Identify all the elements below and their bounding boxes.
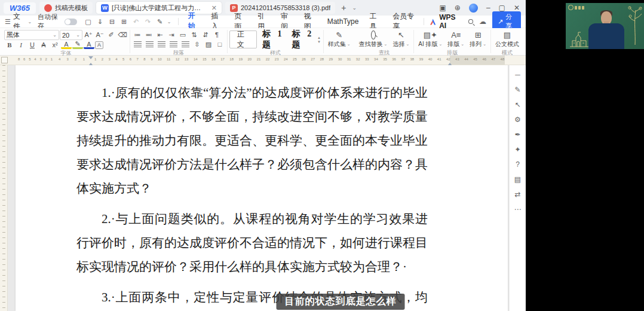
- style-gallery-scroll[interactable]: ▴▾: [317, 35, 321, 44]
- ai-assistant-icon[interactable]: ✦: [513, 145, 523, 154]
- font-color-button[interactable]: A: [84, 41, 94, 49]
- strikethrough-button[interactable]: A: [38, 40, 49, 50]
- font-name-select[interactable]: 黑体⌄: [4, 30, 59, 40]
- find-replace-button[interactable]: 查找替换⌄: [357, 30, 390, 49]
- align-left-button[interactable]: [134, 41, 142, 47]
- border-icon[interactable]: □: [214, 39, 225, 49]
- align-center-button[interactable]: [146, 41, 154, 47]
- clear-format-icon[interactable]: ⌫: [117, 31, 128, 40]
- ruler-tick: 46: [482, 57, 486, 61]
- layout-button[interactable]: A≡ 排版⌄: [445, 30, 467, 49]
- line-spacing-icon[interactable]: ⇅: [189, 30, 200, 39]
- ruler-tick: 19: [238, 57, 243, 61]
- italic-button[interactable]: I: [16, 40, 26, 50]
- style-heading2-button[interactable]: 标题2: [287, 29, 317, 50]
- ruler-tick: 29: [329, 57, 333, 61]
- gov-mode-button[interactable]: ▤ 公文模式: [493, 30, 522, 49]
- grow-font-icon[interactable]: A⁺: [83, 31, 94, 40]
- redo-icon[interactable]: ↷: [143, 17, 154, 26]
- more-icon[interactable]: ⋯: [513, 205, 523, 214]
- underline-button[interactable]: U: [27, 40, 38, 50]
- ruler-tick: 47: [491, 57, 495, 61]
- shrink-font-icon[interactable]: A⁻: [94, 31, 105, 40]
- increase-indent-icon[interactable]: ⇥: [166, 30, 177, 39]
- ruler-tick: 26: [302, 57, 306, 61]
- ruler-tick: 3: [109, 57, 111, 61]
- style-normal-button[interactable]: 正文: [229, 31, 257, 48]
- format-painter-icon[interactable]: ✎: [155, 17, 165, 26]
- adjust-icon[interactable]: ⚙: [513, 115, 523, 124]
- autosave-switch-icon[interactable]: [65, 19, 76, 25]
- skin-icon[interactable]: ⊕: [455, 4, 461, 12]
- translate-icon[interactable]: ⇄: [513, 190, 523, 199]
- document-text[interactable]: 1.·原有的仅仅依靠“算分法”的达成度评价体系来进行的毕业要求达成情况评价，不够…: [16, 65, 441, 311]
- select-tool-icon[interactable]: ↖: [513, 100, 523, 109]
- ruler-tick: 6: [23, 57, 25, 61]
- ai-layout-icon: ▤✦: [424, 31, 437, 39]
- tab-template-store[interactable]: 找稿壳模板: [39, 2, 93, 14]
- search-icon[interactable]: [468, 19, 473, 24]
- wps-ai-button[interactable]: WPS AI: [430, 13, 462, 30]
- ruler-tick: 43: [455, 57, 459, 61]
- edit-mode-icon[interactable]: ✎: [513, 85, 523, 94]
- arrange-button[interactable]: ⊞ 排列⌄: [467, 30, 489, 49]
- help-icon[interactable]: ?: [513, 160, 523, 169]
- vertical-ruler[interactable]: [0, 65, 8, 311]
- highlight-button[interactable]: A: [61, 41, 72, 49]
- decrease-indent-icon[interactable]: ⇤: [155, 30, 165, 39]
- ruler-tick: 11: [167, 57, 170, 61]
- side-mode-icon[interactable]: ▣: [440, 4, 446, 12]
- pen-color-button[interactable]: ✎: [72, 41, 83, 49]
- style-number: 1: [278, 29, 282, 39]
- speaker-video-feed[interactable]: [566, 3, 644, 49]
- show-marks-icon[interactable]: ¶: [211, 30, 222, 39]
- doc-paragraph[interactable]: 1.·原有的仅仅依靠“算分法”的达成度评价体系来进行的毕业要求达成情况评价，不够…: [76, 81, 428, 200]
- justify-button[interactable]: [170, 41, 177, 47]
- horizontal-ruler[interactable]: 8654321 4321 123456789101112131415161718…: [0, 56, 526, 65]
- superscript-button[interactable]: x²: [50, 40, 60, 50]
- user-avatar[interactable]: [469, 4, 478, 13]
- restore-icon[interactable]: ▢: [499, 4, 505, 12]
- style-set-button[interactable]: ✎ 样式集⌄: [326, 30, 353, 49]
- text-effects-icon[interactable]: ✐: [106, 31, 116, 40]
- sort-icon[interactable]: ⇵: [200, 30, 211, 39]
- collapse-icon[interactable]: ─: [513, 70, 523, 79]
- font-size-select[interactable]: 20⌄: [60, 30, 82, 40]
- ruler-tick: 2: [75, 57, 76, 61]
- bullet-list-icon[interactable]: ≔: [132, 30, 143, 39]
- ruler-tick: 6: [130, 57, 131, 61]
- caret-icon: ⌄: [406, 42, 409, 47]
- tab-stop-selector[interactable]: [1, 57, 8, 63]
- export-pdf-icon[interactable]: ⇓: [95, 17, 106, 26]
- minimize-icon[interactable]: –: [486, 4, 490, 12]
- scroll-down-icon[interactable]: ▾: [318, 39, 320, 44]
- menu-MathType[interactable]: MathType: [327, 16, 359, 27]
- ai-layout-button[interactable]: ▤✦ AI 排版⌄: [416, 30, 444, 49]
- doc-paragraph[interactable]: 2.·与上面问题类似的。从课程的视角对学生的学习效果进行评价时，原有的达成度评价…: [76, 207, 428, 279]
- painter-caret-icon[interactable]: ⌄: [167, 17, 172, 26]
- align-right-button[interactable]: [158, 41, 165, 47]
- style-heading1-button[interactable]: 标题1: [257, 29, 287, 50]
- undo-icon[interactable]: ↶: [131, 17, 142, 26]
- close-icon[interactable]: ✕: [514, 4, 520, 12]
- scroll-up-icon[interactable]: ▴: [318, 35, 320, 39]
- bold-button[interactable]: B: [4, 40, 15, 50]
- font-size-value: 20: [62, 32, 69, 39]
- document-page[interactable]: 1.·原有的仅仅依靠“算分法”的达成度评价体系来进行的毕业要求达成情况评价，不够…: [16, 65, 508, 311]
- char-border-button[interactable]: A: [95, 41, 103, 49]
- sign-icon[interactable]: ✒: [513, 130, 523, 139]
- select-button[interactable]: ↖ 选择⌄: [390, 30, 412, 49]
- save-icon[interactable]: ▢: [83, 17, 94, 26]
- card-icon[interactable]: ▤: [513, 175, 523, 184]
- print-preview-icon[interactable]: ⊞: [119, 17, 130, 26]
- distribute-button[interactable]: [182, 41, 189, 47]
- caret-icon: ⌄: [76, 32, 80, 38]
- cloud-synced-icon[interactable]: ☁: [479, 17, 486, 26]
- char-scale-icon[interactable]: ▭: [177, 30, 188, 39]
- numbered-list-icon[interactable]: ≕: [143, 30, 154, 39]
- tab-label: 找稿壳模板: [55, 4, 88, 13]
- paragraph-icons-row1: ≔≕⇤⇥▭⇅⇵¶: [132, 30, 225, 39]
- print-icon[interactable]: ⊟: [107, 17, 118, 26]
- paragraph-layout-icon[interactable]: ⇳: [192, 39, 203, 49]
- shading-icon[interactable]: ▨: [203, 39, 214, 49]
